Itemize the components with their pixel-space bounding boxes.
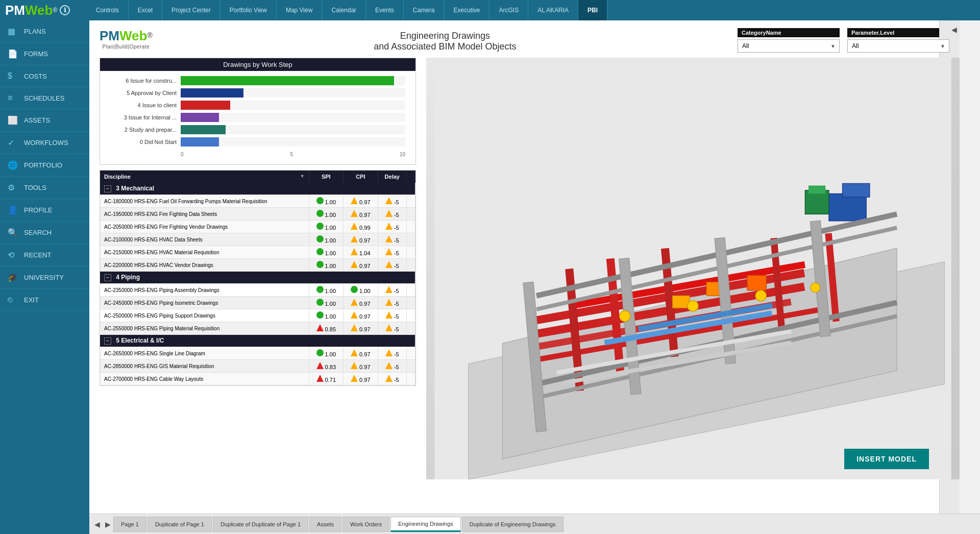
charts-table-area: Drawings by Work Step 6 Issue for constr… [89, 58, 960, 479]
nav-camera[interactable]: Camera [404, 0, 445, 20]
sidebar-item-schedules[interactable]: ≡ SCHEDULES [0, 87, 89, 109]
profile-icon: 👤 [8, 205, 19, 215]
row-desc: AC-2650000 HRS-ENG Single Line Diagram [100, 347, 309, 360]
delay-yellow-icon [385, 349, 393, 356]
bar-row-4: 4 Issue to client [110, 101, 405, 110]
sidebar-label-costs: COSTS [24, 72, 47, 80]
row-spi: 1.00 [309, 284, 344, 297]
parameter-select[interactable]: All [847, 39, 949, 53]
col-delay: Delay [378, 171, 406, 183]
sidebar-item-assets[interactable]: ⬜ ASSETS [0, 109, 89, 132]
nav-items: Controls Excel Project Center Portfolio … [87, 0, 980, 20]
nav-project-center[interactable]: Project Center [162, 0, 220, 20]
nav-calendar[interactable]: Calendar [322, 0, 366, 20]
row-cpi: 0.97 [344, 208, 378, 221]
table-body: − 3 Mechanical AC-1800000 HRS-ENG Fuel O… [100, 183, 415, 385]
sidebar: ▦ PLANS 📄 FORMS $ COSTS ≡ SCHEDULES ⬜ AS… [0, 20, 89, 534]
nav-events[interactable]: Events [366, 0, 404, 20]
nav-executive[interactable]: Executive [444, 0, 489, 20]
sidebar-item-recent[interactable]: ⟲ RECENT [0, 244, 89, 266]
plans-icon: ▦ [8, 27, 19, 36]
row-delay: -5 [378, 284, 406, 297]
delay-yellow-icon [385, 362, 393, 369]
row-delay: -5 [378, 297, 406, 309]
sidebar-item-portfolio[interactable]: 🌐 PORTFOLIO [0, 154, 89, 177]
sidebar-item-exit[interactable]: ⎋ EXIT [0, 289, 89, 311]
category-select-wrap: All [738, 39, 840, 53]
sidebar-item-plans[interactable]: ▦ PLANS [0, 20, 89, 43]
row-spi: 1.00 [309, 233, 344, 246]
row-cpi: 0.99 [344, 221, 378, 233]
sidebar-item-tools[interactable]: ⚙ TOOLS [0, 177, 89, 199]
spi-red-icon [316, 324, 324, 331]
tab-prev-btn[interactable]: ◀ [92, 520, 103, 528]
cpi-yellow-icon [351, 324, 358, 331]
tab-next-btn[interactable]: ▶ [103, 520, 113, 528]
data-table: Discipline ▼ SPI CPI Delay [100, 171, 415, 385]
row-spi: 1.00 [309, 259, 344, 272]
tab-work-orders[interactable]: Work Orders [342, 517, 389, 532]
row-delay: -5 [378, 322, 406, 335]
bar-label-6: 6 Issue for constru... [110, 78, 177, 84]
sidebar-label-portfolio: PORTFOLIO [24, 161, 62, 169]
parameter-filter-label: Parameter.Level [847, 28, 949, 37]
tab-dup-engineering-drawings[interactable]: Duplicate of Engineering Drawings [462, 517, 564, 532]
row-cpi: 1.00 [344, 284, 378, 297]
tab-assets[interactable]: Assets [309, 517, 341, 532]
sidebar-item-search[interactable]: 🔍 SEARCH [0, 222, 89, 244]
sidebar-item-workflows[interactable]: ✓ WORKFLOWS [0, 132, 89, 154]
cpi-yellow-icon [351, 375, 358, 382]
bar-label-0: 0 Did Not Start [110, 139, 177, 145]
expand-mechanical[interactable]: − [104, 185, 111, 192]
bar-track-2 [181, 125, 405, 134]
filter-controls: CategoryName All Parameter.Level All [738, 28, 949, 53]
tab-page1[interactable]: Page 1 [113, 517, 146, 532]
sidebar-item-university[interactable]: 🎓 UNIVERSITY [0, 266, 89, 289]
col-spi: SPI [309, 171, 344, 183]
nav-pbi[interactable]: PBI [578, 0, 607, 20]
info-icon[interactable]: ℹ [60, 5, 70, 15]
expand-piping[interactable]: − [104, 274, 111, 281]
nav-portfolio-view[interactable]: Portfolio View [220, 0, 277, 20]
schedules-icon: ≡ [8, 93, 19, 103]
bar-row-5: 5 Approval by Client [110, 88, 405, 98]
row-spi: 0.83 [309, 360, 344, 373]
bar-label-4: 4 Issue to client [110, 102, 177, 108]
svg-point-31 [620, 311, 630, 322]
row-delay: -5 [378, 373, 406, 385]
delay-yellow-icon [385, 197, 393, 204]
row-desc: AC-1950000 HRS-ENG Fire Fighting Data Sh… [100, 208, 309, 221]
university-icon: 🎓 [8, 273, 19, 282]
sidebar-label-tools: TOOLS [24, 184, 46, 191]
spi-green-icon [316, 349, 324, 356]
bar-label-3: 3 Issue for Internal ... [110, 114, 177, 120]
nav-arcgis[interactable]: ArcGIS [489, 0, 528, 20]
sidebar-item-costs[interactable]: $ COSTS [0, 65, 89, 87]
row-cpi: 0.97 [344, 360, 378, 373]
tab-dup-page1[interactable]: Duplicate of Page 1 [148, 517, 212, 532]
page-title: Engineering Drawings and Associated BIM … [163, 28, 727, 52]
cpi-green-icon [351, 286, 358, 293]
category-select[interactable]: All [738, 39, 840, 53]
nav-map-view[interactable]: Map View [277, 0, 322, 20]
expand-electrical[interactable]: − [104, 337, 111, 345]
recent-icon: ⟲ [8, 250, 19, 260]
sidebar-item-forms[interactable]: 📄 FORMS [0, 43, 89, 65]
row-desc: AC-2500000 HRS-ENG Piping Support Drawin… [100, 309, 309, 322]
tab-dup-dup-page1[interactable]: Duplicate of Duplicate of Page 1 [213, 517, 308, 532]
spi-red-icon [316, 375, 324, 382]
spi-green-icon [316, 223, 324, 230]
title-line2: and Associated BIM Model Objects [163, 41, 727, 52]
filters-collapse-btn[interactable]: ◀ [951, 26, 957, 34]
bar-track-5 [181, 88, 405, 98]
insert-model-button[interactable]: INSERT MODEL [844, 449, 929, 469]
chart-title: Drawings by Work Step [100, 58, 415, 71]
nav-excel[interactable]: Excel [129, 0, 162, 20]
sidebar-item-profile[interactable]: 👤 PROFILE [0, 199, 89, 222]
bim-model-area: INSERT MODEL [426, 58, 960, 479]
spi-green-icon [316, 286, 324, 293]
group-row-mechanical: − 3 Mechanical [100, 183, 415, 195]
tab-engineering-drawings[interactable]: Engineering Drawings [390, 517, 461, 532]
nav-al-akaria[interactable]: AL AKARIA [528, 0, 578, 20]
nav-controls[interactable]: Controls [87, 0, 129, 20]
